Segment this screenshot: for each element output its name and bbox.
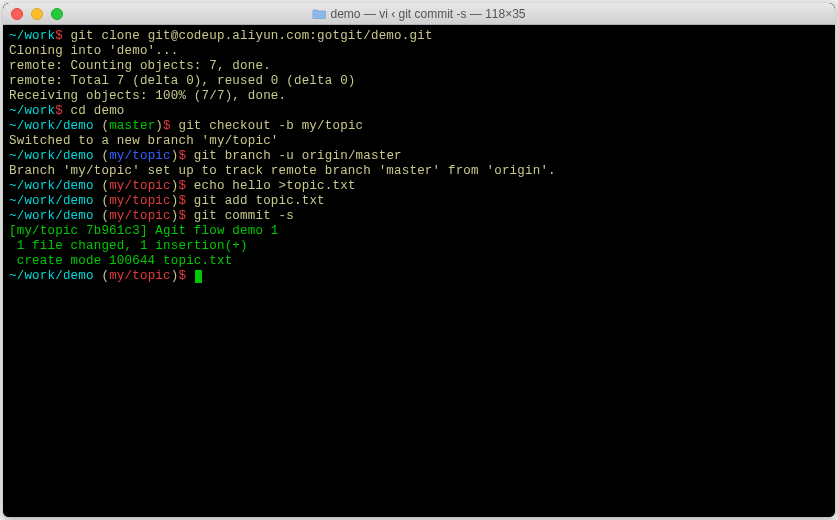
terminal-text: ~/work/demo <box>9 269 94 283</box>
terminal-text: [my/topic 7b961c3] Agit flow demo 1 <box>9 224 279 238</box>
terminal-line: Switched to a new branch 'my/topic' <box>9 134 829 149</box>
terminal-text: master <box>109 119 155 133</box>
terminal-text: ~/work/demo <box>9 209 94 223</box>
terminal-text: ( <box>94 179 109 193</box>
terminal-text: remote: Total 7 (delta 0), reused 0 (del… <box>9 74 356 88</box>
terminal-text: ) <box>155 119 163 133</box>
terminal-text: cd demo <box>63 104 125 118</box>
terminal-text: ( <box>94 209 109 223</box>
terminal-text: ~/work <box>9 104 55 118</box>
terminal-line: ~/work/demo (my/topic)$ echo hello >topi… <box>9 179 829 194</box>
terminal-line: ~/work/demo (my/topic)$ git add topic.tx… <box>9 194 829 209</box>
terminal-text: $ <box>55 29 63 43</box>
terminal-line: Receiving objects: 100% (7/7), done. <box>9 89 829 104</box>
maximize-button[interactable] <box>51 8 63 20</box>
terminal-text: ~/work/demo <box>9 179 94 193</box>
terminal-body[interactable]: ~/work$ git clone git@codeup.aliyun.com:… <box>3 25 835 517</box>
terminal-text: my/topic <box>109 269 171 283</box>
terminal-text: Cloning into 'demo'... <box>9 44 178 58</box>
terminal-text: git commit -s <box>186 209 294 223</box>
terminal-text: git checkout -b my/topic <box>171 119 364 133</box>
terminal-line: ~/work$ git clone git@codeup.aliyun.com:… <box>9 29 829 44</box>
terminal-text: echo hello >topic.txt <box>186 179 355 193</box>
folder-icon <box>312 8 326 19</box>
terminal-text <box>186 269 194 283</box>
terminal-text: git add topic.txt <box>186 194 325 208</box>
terminal-text: create mode 100644 topic.txt <box>9 254 232 268</box>
window-title: demo — vi ‹ git commit -s — 118×35 <box>312 7 525 21</box>
terminal-text: Branch 'my/topic' set up to track remote… <box>9 164 556 178</box>
terminal-text: git clone git@codeup.aliyun.com:gotgit/d… <box>63 29 433 43</box>
terminal-text: remote: Counting objects: 7, done. <box>9 59 271 73</box>
terminal-line: 1 file changed, 1 insertion(+) <box>9 239 829 254</box>
terminal-text: ~/work/demo <box>9 149 94 163</box>
close-button[interactable] <box>11 8 23 20</box>
terminal-line: Branch 'my/topic' set up to track remote… <box>9 164 829 179</box>
minimize-button[interactable] <box>31 8 43 20</box>
terminal-text: ~/work <box>9 29 55 43</box>
terminal-text: ( <box>94 149 109 163</box>
terminal-text: $ <box>163 119 171 133</box>
terminal-text: my/topic <box>109 149 171 163</box>
terminal-text: my/topic <box>109 209 171 223</box>
terminal-line: ~/work/demo (my/topic)$ git commit -s <box>9 209 829 224</box>
terminal-text: $ <box>178 194 186 208</box>
terminal-text: ~/work/demo <box>9 119 94 133</box>
terminal-line: ~/work/demo (my/topic)$ git branch -u or… <box>9 149 829 164</box>
terminal-text: $ <box>55 104 63 118</box>
terminal-line: Cloning into 'demo'... <box>9 44 829 59</box>
terminal-line: ~/work$ cd demo <box>9 104 829 119</box>
terminal-text: ( <box>94 194 109 208</box>
terminal-text: $ <box>178 179 186 193</box>
terminal-cursor <box>195 270 202 283</box>
terminal-text: Switched to a new branch 'my/topic' <box>9 134 279 148</box>
terminal-text: $ <box>178 209 186 223</box>
titlebar[interactable]: demo — vi ‹ git commit -s — 118×35 <box>3 3 835 25</box>
terminal-line: ~/work/demo (master)$ git checkout -b my… <box>9 119 829 134</box>
terminal-line: remote: Total 7 (delta 0), reused 0 (del… <box>9 74 829 89</box>
terminal-line: remote: Counting objects: 7, done. <box>9 59 829 74</box>
terminal-text: Receiving objects: 100% (7/7), done. <box>9 89 286 103</box>
terminal-text: $ <box>178 149 186 163</box>
terminal-line: ~/work/demo (my/topic)$ <box>9 269 829 284</box>
terminal-text: my/topic <box>109 179 171 193</box>
terminal-text: ~/work/demo <box>9 194 94 208</box>
terminal-text: ( <box>94 269 109 283</box>
traffic-lights <box>11 8 63 20</box>
terminal-line: create mode 100644 topic.txt <box>9 254 829 269</box>
terminal-text: $ <box>178 269 186 283</box>
terminal-line: [my/topic 7b961c3] Agit flow demo 1 <box>9 224 829 239</box>
terminal-window: demo — vi ‹ git commit -s — 118×35 ~/wor… <box>3 3 835 517</box>
terminal-text: my/topic <box>109 194 171 208</box>
terminal-text: git branch -u origin/master <box>186 149 402 163</box>
terminal-text: ( <box>94 119 109 133</box>
window-title-text: demo — vi ‹ git commit -s — 118×35 <box>330 7 525 21</box>
terminal-text: 1 file changed, 1 insertion(+) <box>9 239 248 253</box>
